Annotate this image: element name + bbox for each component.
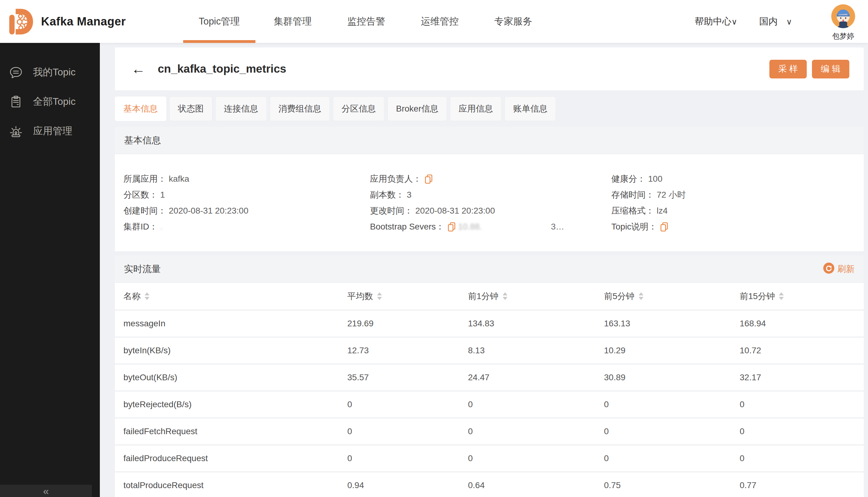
sidebar-collapse-button[interactable]: «	[0, 485, 92, 497]
tab-status-chart[interactable]: 状态图	[169, 97, 212, 121]
traffic-section: 实时流量 刷新 名称 平均数	[115, 256, 864, 497]
field-replica-count: 副本数： 3	[370, 189, 611, 201]
nav-item-topic[interactable]: Topic管理	[183, 0, 256, 43]
chevron-down-icon: ∨	[732, 17, 737, 26]
sidebar-item-label: 全部Topic	[33, 95, 76, 109]
traffic-table-header: 名称 平均数 前1分钟 前5分钟 前15分钟	[115, 283, 864, 310]
field-health-score: 健康分： 100	[611, 173, 855, 185]
nav-item-expert[interactable]: 专家服务	[477, 0, 550, 43]
sort-icon[interactable]	[779, 292, 784, 300]
siren-icon	[9, 124, 23, 138]
avatar[interactable]	[831, 4, 855, 29]
back-button[interactable]: ←	[131, 62, 145, 76]
nav-item-cluster[interactable]: 集群管理	[256, 0, 330, 43]
page-title: cn_kafka_topic_metrics	[158, 62, 286, 75]
copy-icon[interactable]	[447, 222, 456, 232]
tab-connection-info[interactable]: 连接信息	[215, 97, 267, 121]
kafka-manager-page: { "colors": { "accent": "#e8854a", "side…	[0, 0, 868, 497]
top-bar: Kafka Manager Topic管理 集群管理 监控告警 运维管控 专家服…	[0, 0, 868, 43]
field-owner-app: 所属应用： kafka	[124, 173, 370, 185]
sort-icon[interactable]	[145, 292, 149, 300]
main-content: ← cn_kafka_topic_metrics 采 样 编 辑 基本信息 状态…	[115, 47, 864, 497]
clipboard-icon	[9, 95, 23, 109]
chat-icon	[9, 66, 23, 79]
sort-icon[interactable]	[503, 292, 507, 300]
field-create-time: 创建时间： 2020-08-31 20:23:00	[124, 205, 370, 217]
collapse-icon: «	[43, 486, 49, 496]
field-retention-time: 存储时间： 72 小时	[611, 189, 855, 201]
basic-info-header: 基本信息	[115, 127, 864, 154]
table-row: failedProduceRequest 0 0 0 0	[115, 444, 864, 471]
user-menu[interactable]: 包梦婷	[831, 2, 855, 41]
column-header-average[interactable]: 平均数	[347, 290, 468, 302]
field-partition-count: 分区数： 1	[124, 189, 370, 201]
edit-button[interactable]: 编 辑	[812, 60, 849, 79]
tab-broker-info[interactable]: Broker信息	[388, 97, 447, 121]
sidebar-items: 我的Topic 全部Topic	[0, 43, 100, 146]
region-dropdown[interactable]: 国内∨	[759, 15, 792, 28]
table-row: byteRejected(B/s) 0 0 0 0	[115, 390, 864, 417]
table-row: byteIn(KB/s) 12.73 8.13 10.29 10.72	[115, 337, 864, 364]
app-title: Kafka Manager	[41, 15, 126, 28]
traffic-title: 实时流量	[124, 263, 161, 275]
basic-info-section: 基本信息 所属应用： kafka 应用负责人： 健康分： 100	[115, 127, 864, 251]
field-cluster-id: 集群ID： .	[124, 221, 370, 232]
table-row: byteOut(KB/s) 35.57 24.47 30.89 32.17	[115, 364, 864, 390]
tab-partition-info[interactable]: 分区信息	[333, 97, 385, 121]
help-center-label: 帮助中心	[695, 16, 732, 26]
nav-item-ops[interactable]: 运维管控	[403, 0, 477, 43]
column-header-last-15min[interactable]: 前15分钟	[740, 290, 864, 302]
field-app-principal: 应用负责人：	[370, 173, 611, 185]
sidebar-item-label: 应用管理	[33, 124, 72, 138]
field-topic-description: Topic说明：	[611, 221, 855, 232]
user-name: 包梦婷	[832, 31, 854, 41]
table-row: failedFetchRequest 0 0 0 0	[115, 417, 864, 444]
sidebar-item-label: 我的Topic	[33, 66, 76, 79]
column-header-last-1min[interactable]: 前1分钟	[468, 290, 604, 302]
title-actions: 采 样 编 辑	[769, 60, 849, 79]
field-modify-time: 更改时间： 2020-08-31 20:23:00	[370, 205, 611, 217]
title-card: ← cn_kafka_topic_metrics 采 样 编 辑	[115, 47, 864, 90]
copy-icon[interactable]	[660, 222, 668, 232]
region-label: 国内	[759, 16, 778, 26]
table-row: totalProduceRequest 0.94 0.64 0.75 0.77	[115, 471, 864, 497]
field-bootstrap-servers: Bootstrap Severs： 10.88. 3…	[370, 221, 611, 232]
tab-basic-info[interactable]: 基本信息	[115, 97, 166, 121]
tab-bill-info[interactable]: 账单信息	[504, 97, 556, 121]
field-compression: 压缩格式： lz4	[611, 205, 855, 217]
column-header-name[interactable]: 名称	[124, 290, 347, 302]
chevron-down-icon: ∨	[786, 17, 792, 26]
basic-info-body: 所属应用： kafka 应用负责人： 健康分： 100 分区数： 1	[115, 154, 864, 251]
sort-icon[interactable]	[377, 292, 382, 300]
nav-item-monitor[interactable]: 监控告警	[330, 0, 403, 43]
tab-consumer-group-info[interactable]: 消费组信息	[270, 97, 330, 121]
primary-nav: Topic管理 集群管理 监控告警 运维管控 专家服务	[183, 0, 550, 43]
sort-icon[interactable]	[639, 292, 643, 300]
refresh-button[interactable]: 刷新	[823, 262, 855, 276]
table-row: messageIn 219.69 134.83 163.13 168.94	[115, 310, 864, 337]
top-bar-right: 帮助中心∨ 国内∨	[695, 2, 868, 41]
sidebar: 我的Topic 全部Topic	[0, 43, 100, 497]
traffic-table: 名称 平均数 前1分钟 前5分钟 前15分钟	[115, 283, 864, 497]
copy-icon[interactable]	[424, 174, 433, 184]
help-center-dropdown[interactable]: 帮助中心∨	[695, 15, 737, 28]
basic-info-title: 基本信息	[124, 134, 161, 147]
sidebar-item-my-topic[interactable]: 我的Topic	[0, 58, 100, 87]
detail-tabs: 基本信息 状态图 连接信息 消费组信息 分区信息 Broker信息 应用信息 账…	[115, 97, 864, 121]
refresh-icon	[823, 262, 834, 276]
traffic-header: 实时流量 刷新	[115, 256, 864, 283]
sidebar-item-app-manage[interactable]: 应用管理	[0, 116, 100, 146]
column-header-last-5min[interactable]: 前5分钟	[604, 290, 740, 302]
refresh-label: 刷新	[837, 263, 855, 275]
sidebar-item-all-topic[interactable]: 全部Topic	[0, 87, 100, 116]
app-logo-icon	[5, 5, 35, 38]
tab-app-info[interactable]: 应用信息	[450, 97, 501, 121]
sample-button[interactable]: 采 样	[769, 60, 807, 79]
